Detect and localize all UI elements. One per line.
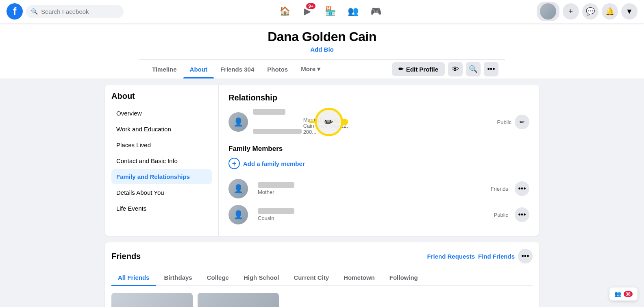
friend-thumb-1 xyxy=(111,293,193,307)
ellipsis-icon: ••• xyxy=(487,65,495,74)
marketplace-icon: 🏪 xyxy=(325,6,336,17)
profile-tabs: Timeline About Friends 304 Photos More ▾… xyxy=(139,59,505,78)
friends-tab-all[interactable]: All Friends xyxy=(111,270,156,286)
friends-tab-highschool[interactable]: High School xyxy=(237,270,286,286)
relationship-description: Married to Barry Cain since May 22, 200.… xyxy=(253,117,497,135)
marketplace-nav-button[interactable]: 🏪 xyxy=(320,2,340,21)
topnav: f 🔍 🏠 ▶ 9+ 🏪 👥 🎮 + 💬 xyxy=(0,0,644,23)
tab-photos[interactable]: Photos xyxy=(261,60,294,78)
friend-thumb-2 xyxy=(198,293,279,307)
friend-card-2: LC Gainer Friends xyxy=(198,293,279,307)
about-nav-places[interactable]: Places Lived xyxy=(111,137,212,152)
bell-icon: 🔔 xyxy=(605,7,614,16)
about-nav-family[interactable]: Family and Relationships xyxy=(111,169,212,184)
about-nav-contact[interactable]: Contact and Basic Info xyxy=(111,153,212,168)
pencil-highlight-icon: ✏ xyxy=(324,116,333,128)
gaming-icon: 🎮 xyxy=(370,6,381,17)
cousin-more-button[interactable]: ••• xyxy=(515,207,529,222)
profile-tabs-right: ✏ Edit Profile 👁 🔍 ••• xyxy=(392,62,498,76)
people-you-know[interactable]: 👥 38 xyxy=(609,287,637,300)
friends-tab-college[interactable]: College xyxy=(200,270,235,286)
cousin-name-placeholder xyxy=(258,208,294,214)
add-family-icon: + xyxy=(228,158,240,169)
search-icon: 🔍 xyxy=(469,65,478,74)
find-friends-link[interactable]: Find Friends xyxy=(478,253,515,260)
tab-timeline[interactable]: Timeline xyxy=(146,60,183,78)
mother-avatar: 👤 xyxy=(228,179,248,198)
friends-title: Friends xyxy=(111,252,427,261)
search-profile-button[interactable]: 🔍 xyxy=(466,62,481,76)
topnav-right: + 💬 🔔 ▼ xyxy=(537,2,637,21)
home-nav-button[interactable]: 🏠 xyxy=(275,2,294,21)
eye-icon: 👁 xyxy=(452,65,459,74)
search-input[interactable] xyxy=(41,8,119,15)
edit-profile-button[interactable]: ✏ Edit Profile xyxy=(392,62,445,76)
notifications-button[interactable]: 🔔 xyxy=(602,3,618,20)
video-nav-button[interactable]: ▶ 9+ xyxy=(298,2,317,21)
account-menu-button[interactable]: ▼ xyxy=(621,3,637,20)
about-nav-life-events[interactable]: Life Events xyxy=(111,201,212,216)
mother-info: Mother xyxy=(258,182,491,195)
tab-more[interactable]: More ▾ xyxy=(294,60,327,78)
people-count: 38 xyxy=(624,291,633,297)
add-family-button[interactable]: + Add a family member xyxy=(228,158,529,169)
view-as-button[interactable]: 👁 xyxy=(448,62,463,76)
profile-tabs-left: Timeline About Friends 304 Photos More ▾ xyxy=(146,60,327,78)
search-bar[interactable]: 🔍 xyxy=(26,5,124,18)
friends-tab-currentcity[interactable]: Current City xyxy=(287,270,335,286)
video-badge: 9+ xyxy=(306,3,315,9)
friend-requests-link[interactable]: Friend Requests xyxy=(427,253,475,260)
pencil-icon: ✏ xyxy=(398,65,404,73)
more-options-button[interactable]: ••• xyxy=(484,62,498,76)
cousin-privacy: Public xyxy=(494,212,508,218)
friends-tab-hometown[interactable]: Hometown xyxy=(337,270,381,286)
about-sidebar: About Overview Work and Education Places… xyxy=(105,85,219,236)
user-pill[interactable] xyxy=(537,2,559,21)
cousin-info: Cousin xyxy=(258,208,494,221)
about-title: About xyxy=(111,91,212,101)
about-nav-details[interactable]: Details About You xyxy=(111,185,212,200)
friends-more-button[interactable]: ••• xyxy=(518,249,533,263)
search-icon: 🔍 xyxy=(31,8,38,15)
family-member-row: 👤 Mother Friends ••• xyxy=(228,176,529,202)
family-members-title: Family Members xyxy=(228,145,529,153)
friends-tab-birthdays[interactable]: Birthdays xyxy=(158,270,199,286)
chevron-down-icon: ▼ xyxy=(626,7,633,16)
edit-relationship-button[interactable]: ✏ xyxy=(515,115,529,129)
groups-nav-button[interactable]: 👥 xyxy=(343,2,363,21)
friends-header-actions: Friend Requests Find Friends ••• xyxy=(427,249,533,263)
about-nav-overview[interactable]: Overview xyxy=(111,106,212,121)
tab-friends[interactable]: Friends 304 xyxy=(214,60,261,78)
gaming-nav-button[interactable]: 🎮 xyxy=(366,2,385,21)
profile-header: Dana Golden Cain Add Bio Timeline About … xyxy=(0,23,644,78)
profile-name: Dana Golden Cain xyxy=(268,29,376,44)
family-member-row-2: 👤 Cousin Public ••• xyxy=(228,202,529,228)
profile-body: About Overview Work and Education Places… xyxy=(98,85,546,307)
facebook-logo[interactable]: f xyxy=(7,3,23,20)
add-bio-link[interactable]: Add Bio xyxy=(310,46,334,53)
messenger-icon: 💬 xyxy=(586,7,595,16)
cousin-row-right: Public ••• xyxy=(494,207,529,222)
friends-tabs: All Friends Birthdays College High Schoo… xyxy=(111,270,533,286)
mother-more-button[interactable]: ••• xyxy=(515,181,529,196)
relationship-section: 👤 Married to Barry Cain since May 22, 20… xyxy=(228,109,529,135)
friends-tab-following[interactable]: Following xyxy=(383,270,424,286)
relationship-info: Married to Barry Cain since May 22, 200.… xyxy=(253,109,497,135)
relationship-row: 👤 Married to Barry Cain since May 22, 20… xyxy=(228,109,529,135)
relationship-privacy: Public xyxy=(497,119,511,125)
tab-about[interactable]: About xyxy=(183,60,214,78)
add-button[interactable]: + xyxy=(563,3,579,20)
edit-highlight-overlay: ✏ xyxy=(310,119,348,125)
mother-privacy: Friends xyxy=(491,186,508,192)
about-nav-work[interactable]: Work and Education xyxy=(111,122,212,137)
cousin-relation: Cousin xyxy=(258,215,494,221)
relationship-title: Relationship xyxy=(228,93,529,102)
cousin-avatar: 👤 xyxy=(228,205,248,224)
user-avatar xyxy=(540,3,556,20)
mother-relation: Mother xyxy=(258,189,491,195)
messenger-button[interactable]: 💬 xyxy=(582,3,598,20)
friend-card: Leslie Kathryn Charleston Friends xyxy=(111,293,193,307)
groups-icon: 👥 xyxy=(348,6,359,17)
edit-highlight-circle: ✏ xyxy=(315,108,343,136)
partner-avatar: 👤 xyxy=(228,112,248,132)
